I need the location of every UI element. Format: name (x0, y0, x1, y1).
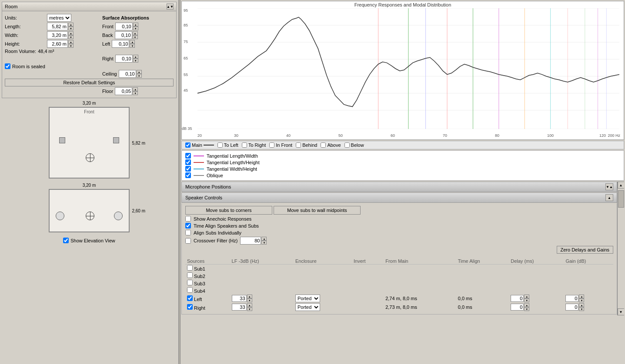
front-up[interactable]: ▲ (133, 23, 138, 26)
left-surf-field[interactable] (112, 40, 129, 48)
left-delay-down[interactable]: ▼ (524, 298, 529, 302)
right-encl-select[interactable]: PortedSealed (295, 303, 320, 311)
ceiling-field[interactable] (119, 70, 136, 78)
legend-toright-checkbox[interactable] (242, 142, 247, 148)
crossover-field[interactable] (240, 237, 261, 245)
right-delay-down[interactable]: ▼ (524, 307, 529, 311)
length-input: ▲ ▼ (47, 23, 98, 30)
sub2-checkbox[interactable] (187, 272, 193, 278)
left-lf-field[interactable] (232, 295, 247, 302)
height-field[interactable] (47, 40, 68, 48)
modal-tang-lh-line (194, 162, 204, 163)
room-collapse-btn[interactable]: ▲▼ (167, 3, 174, 10)
sub4-checkbox[interactable] (187, 287, 193, 293)
right-delay-up[interactable]: ▲ (524, 303, 529, 307)
legend-behind-label: Behind (302, 142, 317, 148)
length-field[interactable] (47, 23, 68, 30)
speaker-controls-header[interactable]: Speaker Controls ▲ (181, 192, 617, 203)
right-surf-field[interactable] (115, 55, 133, 63)
right-lf-spinners: ▲ ▼ (247, 303, 252, 311)
right-surf-down[interactable]: ▼ (133, 59, 138, 63)
speaker-controls-collapse-btn[interactable]: ▲ (605, 194, 613, 201)
back-up[interactable]: ▲ (133, 31, 138, 35)
time-align-checkbox[interactable] (185, 223, 191, 228)
x-40: 40 (286, 133, 291, 138)
left-surf-up[interactable]: ▲ (130, 40, 135, 44)
left-gain-down[interactable]: ▼ (579, 298, 584, 302)
modal-tang-wh-checkbox[interactable] (185, 166, 191, 172)
length-up[interactable]: ▲ (68, 23, 74, 26)
left-source-checkbox[interactable] (187, 295, 193, 301)
restore-btn[interactable]: Restore Default Settings (5, 79, 174, 86)
width-down[interactable]: ▼ (68, 35, 74, 39)
modal-tang-wh-line (194, 169, 204, 169)
right-gain-up[interactable]: ▲ (579, 303, 584, 307)
legend-infront-checkbox[interactable] (269, 142, 274, 148)
left-gain-field[interactable] (565, 295, 578, 302)
left-lf-up[interactable]: ▲ (247, 295, 252, 298)
crossover-down[interactable]: ▼ (261, 241, 267, 245)
right-lf-down[interactable]: ▼ (247, 307, 252, 311)
height-down[interactable]: ▼ (68, 44, 74, 48)
modal-tang-lh-checkbox[interactable] (185, 159, 191, 165)
microphone-title: Microphone Positions (185, 184, 231, 189)
zero-delays-btn[interactable]: Zero Delays and Gains (557, 246, 614, 254)
floor-field[interactable] (115, 87, 132, 95)
floor-down[interactable]: ▼ (133, 91, 138, 95)
sub2-label: Sub2 (194, 274, 205, 279)
left-encl-select[interactable]: PortedSealed (295, 295, 320, 302)
sub1-checkbox[interactable] (187, 265, 193, 271)
show-anechoic-checkbox[interactable] (185, 216, 191, 222)
crossover-checkbox[interactable] (185, 238, 191, 244)
right-gain-field[interactable] (565, 304, 578, 311)
move-corners-btn[interactable]: Move subs to corners (185, 206, 272, 215)
legend-above-checkbox[interactable] (321, 142, 326, 148)
height-up[interactable]: ▲ (68, 40, 74, 44)
right-gain-down[interactable]: ▼ (579, 307, 584, 311)
left-lf-down[interactable]: ▼ (247, 298, 252, 302)
right-source-label: Right (194, 305, 205, 311)
length-down[interactable]: ▼ (68, 26, 74, 30)
back-field[interactable] (115, 31, 132, 39)
crossover-up[interactable]: ▲ (261, 237, 267, 241)
scroll-up-btn[interactable]: ▲ (618, 182, 625, 189)
width-field[interactable] (47, 31, 68, 39)
show-elevation-checkbox[interactable] (63, 238, 69, 243)
width-up[interactable]: ▲ (68, 31, 74, 35)
modal-tang-lw-checkbox[interactable] (185, 153, 191, 159)
scroll-down-btn[interactable]: ▼ (618, 308, 625, 315)
left-delay-field[interactable] (511, 295, 524, 302)
move-midpoints-btn[interactable]: Move subs to wall midpoints (274, 206, 361, 215)
legend-behind-checkbox[interactable] (296, 142, 301, 148)
bottom-room-diagram (49, 189, 130, 232)
right-lf-up[interactable]: ▲ (247, 303, 252, 307)
right-delay-field[interactable] (511, 304, 524, 311)
left-delay-up[interactable]: ▲ (524, 295, 529, 298)
sealed-checkbox[interactable] (5, 63, 10, 69)
sub3-checkbox[interactable] (187, 280, 193, 285)
modal-oblique-checkbox[interactable] (185, 172, 191, 178)
align-subs-checkbox[interactable] (185, 230, 191, 235)
right-surf-up[interactable]: ▲ (133, 55, 138, 59)
left-sub-elev (56, 212, 64, 220)
right-source-checkbox[interactable] (187, 304, 193, 310)
front-field[interactable] (115, 23, 133, 30)
floor-up[interactable]: ▲ (133, 87, 138, 91)
left-gain-up[interactable]: ▲ (579, 295, 584, 298)
legend-below-checkbox[interactable] (344, 142, 350, 148)
left-surf-down[interactable]: ▼ (130, 44, 135, 48)
right-lf-field[interactable] (232, 304, 247, 311)
microphone-section-header[interactable]: Microphone Positions ▼▲ (181, 182, 617, 192)
ceiling-down[interactable]: ▼ (137, 74, 142, 78)
back-down[interactable]: ▼ (133, 35, 138, 39)
ceiling-up[interactable]: ▲ (137, 70, 142, 74)
ceiling-surface-row: Ceiling ▲ ▼ (100, 70, 174, 78)
scroll-thumb[interactable] (618, 190, 624, 208)
legend-main-checkbox[interactable] (185, 142, 191, 148)
left-gain-spinners: ▲ ▼ (579, 295, 584, 302)
units-select[interactable]: metres feet (47, 14, 71, 22)
legend-toleft-checkbox[interactable] (217, 142, 223, 148)
microphone-collapse-btn[interactable]: ▼▲ (605, 183, 613, 190)
front-down[interactable]: ▼ (133, 26, 138, 30)
right-lf-spin: ▲ ▼ (232, 303, 292, 311)
